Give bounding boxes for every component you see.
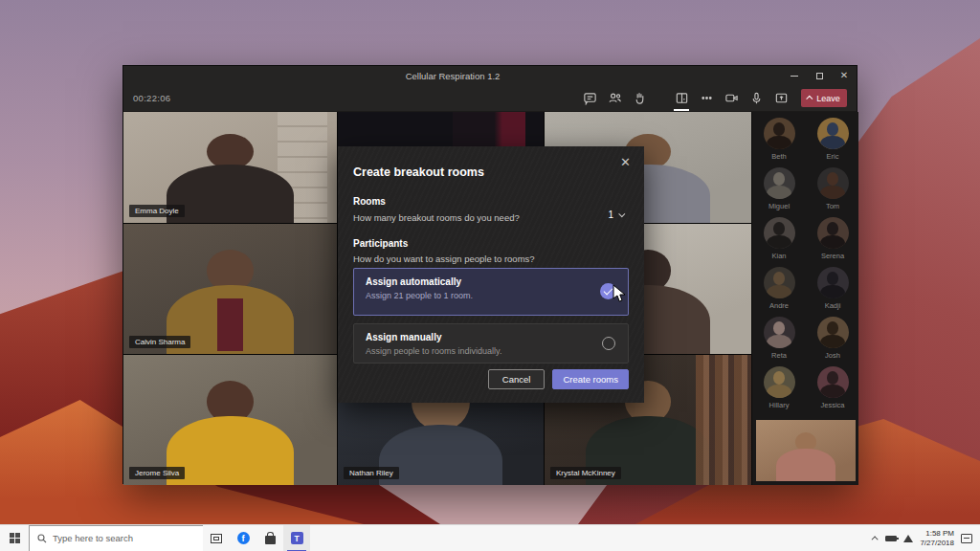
participant-name: Andre	[769, 301, 789, 310]
maximize-icon	[816, 73, 823, 79]
dialog-buttons: Cancel Create rooms	[488, 369, 629, 389]
video-tile[interactable]	[756, 420, 856, 481]
facebook-app-button[interactable]: f	[230, 525, 256, 551]
participant-name: Reta	[771, 351, 787, 360]
participant-item[interactable]: Beth	[752, 118, 806, 167]
taskbar-search[interactable]	[29, 525, 203, 551]
share-screen-button[interactable]	[768, 87, 793, 110]
dialog-close-button[interactable]: ✕	[616, 154, 635, 170]
window-titlebar: Cellular Respiration 1.2 ✕	[123, 66, 857, 85]
participants-grid: Beth Eric Miguel Tom Kian Serena Andre K…	[752, 112, 858, 416]
create-rooms-button[interactable]: Create rooms	[552, 369, 629, 389]
participant-item[interactable]: Reta	[752, 317, 806, 366]
avatar	[764, 267, 795, 298]
chevron-up-icon	[872, 536, 879, 542]
window-title: Cellular Respiration 1.2	[123, 71, 782, 81]
participant-item[interactable]: Josh	[806, 317, 859, 366]
participant-name: Miguel	[768, 202, 790, 210]
more-options-button[interactable]	[694, 87, 719, 110]
option-subtitle: Assign people to rooms individually.	[366, 346, 616, 356]
participant-item[interactable]: Serena	[806, 217, 859, 267]
teams-icon: T	[291, 532, 303, 544]
minimize-icon	[791, 76, 798, 77]
participant-name: Jessica	[820, 401, 844, 409]
camera-icon	[724, 91, 739, 105]
chevron-down-icon	[618, 210, 625, 217]
cancel-button[interactable]: Cancel	[488, 369, 546, 389]
camera-button[interactable]	[719, 87, 744, 110]
close-icon: ✕	[840, 71, 848, 80]
close-window-button[interactable]: ✕	[832, 66, 857, 85]
video-tile[interactable]: Jerome Silva	[123, 355, 337, 485]
store-app-button[interactable]	[256, 525, 283, 551]
radio-unselected-icon[interactable]	[602, 337, 615, 350]
network-icon	[903, 535, 913, 542]
avatar	[764, 167, 795, 199]
battery-indicator[interactable]	[885, 536, 897, 541]
participant-name: Kadji	[825, 301, 841, 310]
room-count-value: 1	[608, 209, 613, 220]
start-button[interactable]	[0, 525, 29, 551]
leave-button[interactable]: Leave	[801, 89, 847, 107]
video-tile[interactable]: Emma Doyle	[123, 112, 337, 223]
action-center-button[interactable]	[961, 534, 972, 543]
task-view-icon	[211, 534, 222, 543]
avatar	[764, 217, 795, 249]
participant-item[interactable]: Miguel	[752, 167, 806, 217]
teams-app-button[interactable]: T	[283, 525, 310, 551]
option-title: Assign manually	[366, 332, 616, 342]
participant-item[interactable]: Jessica	[806, 366, 859, 416]
clock-time: 1:58 PM	[920, 529, 954, 539]
participant-name: Serena	[821, 252, 844, 260]
windows-taskbar: f T 1:58 PM 7/27/2018	[0, 524, 980, 551]
participant-silhouette	[167, 165, 295, 223]
breakout-rooms-button[interactable]	[669, 87, 694, 110]
participant-name: Eric	[827, 152, 839, 161]
search-icon	[37, 534, 47, 543]
room-count-dropdown[interactable]: 1	[604, 208, 629, 222]
assign-automatically-option[interactable]: Assign automatically Assign 21 people to…	[353, 268, 629, 316]
microphone-button[interactable]	[744, 87, 768, 110]
participant-name: Kian	[771, 252, 786, 260]
dialog-title: Create breakout rooms	[353, 165, 484, 179]
store-icon	[265, 536, 276, 544]
participant-name: Tom	[826, 202, 839, 210]
participant-item[interactable]: Eric	[806, 118, 859, 167]
participant-item[interactable]: Kian	[752, 217, 806, 267]
participant-silhouette	[776, 449, 835, 481]
participant-item[interactable]: Hillary	[752, 366, 806, 416]
meeting-toolbar: 00:22:06	[123, 85, 857, 112]
network-indicator[interactable]	[903, 535, 913, 542]
create-breakout-rooms-dialog: ✕ Create breakout rooms Rooms How many b…	[338, 146, 644, 403]
more-icon	[700, 91, 714, 105]
meeting-timer: 00:22:06	[133, 93, 170, 103]
minimize-button[interactable]	[782, 66, 807, 85]
clock-date: 7/27/2018	[920, 539, 954, 548]
people-icon	[608, 91, 622, 105]
participant-item[interactable]: Andre	[752, 267, 806, 317]
chat-button[interactable]	[577, 87, 602, 110]
participants-button[interactable]	[602, 87, 627, 110]
participant-name: Beth	[771, 152, 786, 161]
action-center-icon	[961, 534, 972, 543]
taskbar-clock[interactable]: 1:58 PM 7/27/2018	[920, 529, 954, 548]
participant-name-badge: Krystal McKinney	[550, 467, 621, 479]
task-view-button[interactable]	[203, 525, 230, 551]
search-input[interactable]	[53, 533, 187, 543]
participant-item[interactable]: Tom	[806, 167, 859, 217]
avatar	[817, 317, 849, 348]
mouse-cursor	[612, 284, 626, 303]
share-icon	[774, 91, 789, 105]
avatar	[764, 118, 795, 149]
teams-meeting-window: Cellular Respiration 1.2 ✕ 00:22:06	[122, 65, 858, 484]
chat-icon	[583, 91, 597, 105]
tray-expand-button[interactable]	[874, 536, 879, 540]
close-icon: ✕	[620, 155, 631, 169]
participant-item[interactable]: Kadji	[806, 267, 859, 317]
option-subtitle: Assign 21 people to 1 room.	[366, 291, 616, 300]
assign-manually-option[interactable]: Assign manually Assign people to rooms i…	[353, 323, 629, 364]
video-tile[interactable]: Calvin Sharma	[123, 224, 337, 354]
maximize-button[interactable]	[807, 66, 832, 85]
raise-hand-button[interactable]	[627, 87, 652, 110]
battery-icon	[885, 536, 897, 541]
